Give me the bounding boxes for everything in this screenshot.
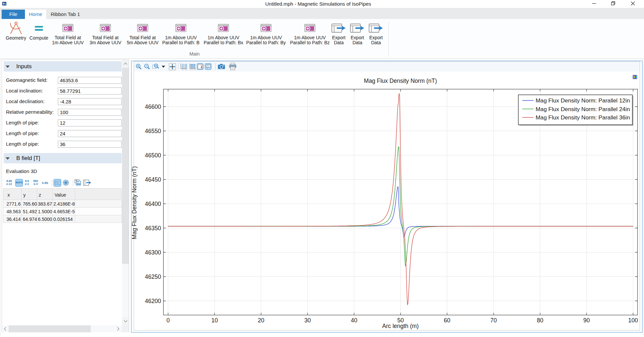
svg-text:46350: 46350 <box>145 225 161 232</box>
svg-text:46400: 46400 <box>145 201 161 207</box>
svg-text:46200: 46200 <box>145 298 161 304</box>
svg-text:46550: 46550 <box>145 128 161 134</box>
svg-text:0: 0 <box>167 317 170 324</box>
svg-text:Mag Flux Density Norm: Paralle: Mag Flux Density Norm: Parallel 36in <box>536 114 630 121</box>
svg-text:46300: 46300 <box>145 249 161 256</box>
svg-text:20: 20 <box>258 317 264 324</box>
svg-text:40: 40 <box>351 317 357 324</box>
svg-text:Mag Flux Density Norm (nT): Mag Flux Density Norm (nT) <box>364 78 437 84</box>
svg-text:10: 10 <box>211 317 218 324</box>
svg-text:Mag Flux Density Norm: Paralle: Mag Flux Density Norm: Parallel 24in <box>536 106 630 112</box>
svg-text:100: 100 <box>628 317 638 324</box>
svg-text:46450: 46450 <box>145 176 161 183</box>
svg-text:Mag Flux Density Norm (nT): Mag Flux Density Norm (nT) <box>131 166 138 240</box>
svg-text:80: 80 <box>537 317 544 324</box>
svg-text:90: 90 <box>583 317 590 324</box>
svg-text:Arc length (m): Arc length (m) <box>382 323 419 329</box>
svg-text:46500: 46500 <box>145 152 161 159</box>
svg-text:30: 30 <box>304 317 311 324</box>
svg-text:70: 70 <box>490 317 497 324</box>
svg-text:46250: 46250 <box>145 273 161 280</box>
svg-text:Mag Flux Density Norm: Paralle: Mag Flux Density Norm: Parallel 12in <box>536 97 630 104</box>
svg-text:60: 60 <box>444 317 451 324</box>
svg-text:46600: 46600 <box>145 103 161 110</box>
